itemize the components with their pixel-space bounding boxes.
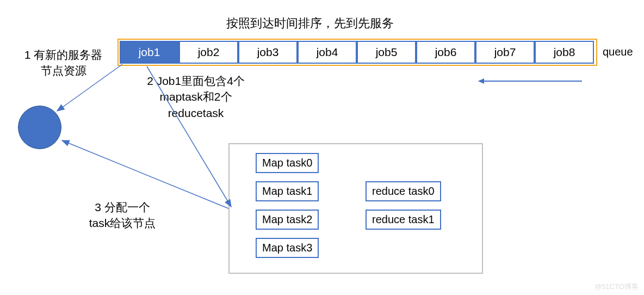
job-cell: job6 <box>416 41 475 64</box>
diagram-title: 按照到达时间排序，先到先服务 <box>226 15 394 32</box>
text-line: task给该节点 <box>76 215 169 231</box>
watermark: @51CTO博客 <box>595 282 639 292</box>
reduce-task: reduce task0 <box>366 181 441 201</box>
text-line: 节点资源 <box>10 63 116 78</box>
incoming-arrow <box>479 81 582 82</box>
text-line: 2 Job1里面包含4个 <box>136 73 256 89</box>
svg-line-2 <box>62 140 228 208</box>
map-task: Map task2 <box>256 210 319 230</box>
text-line: 3 分配一个 <box>76 199 169 215</box>
map-task: Map task3 <box>256 238 319 258</box>
reduce-task: reduce task1 <box>366 210 441 230</box>
job-cell: job7 <box>475 41 535 64</box>
annotation-2: 2 Job1里面包含4个 maptask和2个 reducetask <box>136 73 256 121</box>
annotation-3: 3 分配一个 task给该节点 <box>76 199 169 231</box>
text-line: maptask和2个 <box>136 89 256 105</box>
annotation-1: 1 有新的服务器 节点资源 <box>10 47 116 79</box>
job-cell: job4 <box>298 41 357 64</box>
text-line: reducetask <box>136 105 256 121</box>
tasks-container: Map task0 Map task1 Map task2 Map task3 … <box>228 143 483 274</box>
job-cell: job3 <box>238 41 298 64</box>
job-queue: job1 job2 job3 job4 job5 job6 job7 job8 <box>120 41 594 64</box>
map-task: Map task1 <box>256 181 319 201</box>
job-cell: job5 <box>357 41 416 64</box>
job-cell: job2 <box>179 41 238 64</box>
job-cell: job8 <box>535 41 594 64</box>
map-task: Map task0 <box>256 153 319 173</box>
queue-label: queue <box>603 46 633 58</box>
job-cell: job1 <box>120 41 179 64</box>
server-node <box>18 106 61 149</box>
text-line: 1 有新的服务器 <box>10 47 116 63</box>
